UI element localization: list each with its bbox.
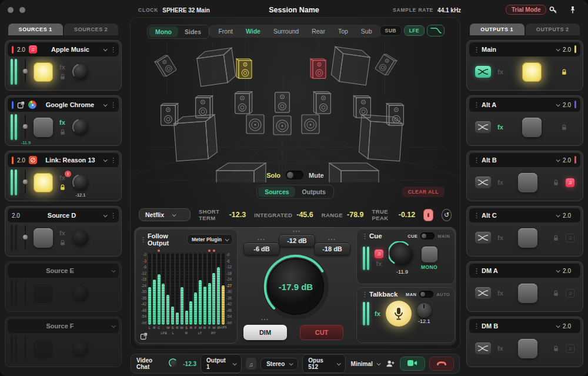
fader[interactable] bbox=[22, 279, 29, 307]
select-sources[interactable]: Sources bbox=[258, 187, 295, 197]
mono-option[interactable]: Mono bbox=[149, 26, 178, 37]
kebab-menu-icon[interactable] bbox=[473, 323, 478, 329]
chevron-down-icon[interactable] bbox=[112, 324, 116, 328]
meter-plugin-dropdown[interactable]: Meter Plugin bbox=[187, 234, 233, 245]
fader[interactable] bbox=[22, 169, 29, 196]
lock-icon[interactable] bbox=[553, 290, 559, 297]
lock-icon[interactable] bbox=[59, 239, 66, 246]
output-name[interactable]: Main bbox=[482, 46, 553, 53]
source-gain-knob[interactable] bbox=[72, 340, 89, 357]
layer-surround[interactable]: Surround bbox=[267, 27, 305, 35]
output-enable-button[interactable] bbox=[522, 62, 542, 82]
output-enable-button[interactable] bbox=[522, 118, 542, 137]
mono-label[interactable]: MONO bbox=[421, 264, 437, 270]
fx-label[interactable]: fx bbox=[497, 124, 503, 131]
fx-label[interactable]: fx bbox=[59, 229, 65, 237]
menu-dots-icon[interactable]: ••• bbox=[243, 317, 287, 322]
crossover-eq-icon[interactable] bbox=[475, 121, 491, 133]
kebab-menu-icon[interactable] bbox=[473, 157, 478, 163]
source-enable-button[interactable] bbox=[34, 284, 53, 303]
fader[interactable] bbox=[22, 58, 29, 85]
fx-label[interactable]: fx bbox=[59, 64, 65, 71]
output-enable-button[interactable] bbox=[518, 284, 537, 303]
lock-icon[interactable] bbox=[561, 69, 567, 75]
cue-level-knob[interactable] bbox=[389, 241, 416, 268]
kebab-menu-icon[interactable] bbox=[110, 102, 115, 108]
tab-sources-2[interactable]: SOURCES 2 bbox=[64, 24, 119, 35]
source-enable-button[interactable] bbox=[34, 173, 53, 192]
lock-icon[interactable] bbox=[561, 124, 567, 131]
chevron-down-icon[interactable] bbox=[103, 213, 108, 217]
channels-dropdown[interactable]: Stereo bbox=[260, 358, 298, 370]
fx-label[interactable]: fx bbox=[376, 260, 382, 267]
menu-dots-icon[interactable]: ••• bbox=[279, 229, 315, 234]
output-enable-button[interactable] bbox=[518, 173, 537, 192]
external-link-icon[interactable] bbox=[17, 101, 25, 109]
menu-dots-icon[interactable]: ••• bbox=[243, 237, 280, 242]
layer-sub[interactable]: Sub bbox=[355, 27, 379, 35]
license-key-icon[interactable] bbox=[549, 5, 558, 15]
chevron-down-icon[interactable] bbox=[556, 213, 560, 217]
expand-icon[interactable] bbox=[140, 332, 148, 340]
source-name[interactable]: Source F bbox=[12, 322, 108, 330]
clear-all-button[interactable]: CLEAR ALL bbox=[402, 187, 445, 197]
talkback-man-auto-toggle[interactable] bbox=[419, 291, 433, 298]
chevron-down-icon[interactable] bbox=[556, 158, 560, 162]
crossover-eq-icon[interactable] bbox=[475, 342, 491, 354]
video-camera-button[interactable] bbox=[400, 357, 425, 371]
talkback-level-knob[interactable] bbox=[417, 303, 432, 318]
record-button[interactable] bbox=[423, 209, 433, 221]
source-gain-knob[interactable] bbox=[72, 118, 89, 136]
source-name[interactable]: Google Chrome bbox=[40, 101, 100, 108]
fx-label[interactable]: fx bbox=[497, 290, 503, 297]
crossover-eq-icon[interactable] bbox=[475, 232, 491, 244]
fx-label[interactable]: fx bbox=[497, 234, 503, 241]
source-name[interactable]: Link: Reason 13 bbox=[41, 157, 100, 164]
source-gain-knob[interactable] bbox=[72, 229, 89, 247]
chevron-down-icon[interactable] bbox=[103, 102, 108, 107]
chevron-down-icon[interactable] bbox=[103, 47, 108, 51]
trim-minus12-button[interactable]: -12 dB bbox=[279, 234, 315, 247]
sides-option[interactable]: Sides bbox=[178, 26, 208, 37]
music-route-icon[interactable] bbox=[566, 289, 574, 298]
chevron-down-icon[interactable] bbox=[556, 268, 560, 272]
layer-top[interactable]: Top bbox=[332, 27, 355, 35]
talkback-mic-button[interactable] bbox=[386, 301, 412, 327]
crossover-eq-icon[interactable] bbox=[475, 287, 491, 299]
output-enable-button[interactable] bbox=[518, 228, 537, 248]
add-person-icon[interactable] bbox=[385, 358, 396, 370]
cue-enable-button[interactable] bbox=[422, 247, 437, 262]
layer-wide[interactable]: Wide bbox=[239, 27, 267, 35]
tab-sources-1[interactable]: SOURCES 1 bbox=[8, 24, 63, 35]
kebab-menu-icon[interactable] bbox=[473, 268, 478, 274]
source-name[interactable]: Source E bbox=[12, 267, 108, 274]
fx-label[interactable]: fx bbox=[375, 310, 380, 317]
output-name[interactable]: Alt C bbox=[482, 212, 553, 219]
crossover-eq-icon[interactable] bbox=[475, 66, 491, 78]
layer-rear[interactable]: Rear bbox=[305, 27, 332, 35]
trial-mode-badge[interactable]: Trial Mode bbox=[506, 5, 546, 15]
music-share-icon[interactable] bbox=[246, 358, 256, 370]
source-enable-button[interactable] bbox=[34, 228, 53, 248]
sub-button[interactable]: SUB bbox=[380, 25, 402, 36]
video-chat-knob[interactable] bbox=[169, 358, 179, 370]
fader[interactable] bbox=[22, 224, 29, 251]
chevron-down-icon[interactable] bbox=[556, 102, 560, 107]
kebab-menu-icon[interactable] bbox=[362, 233, 366, 239]
hang-up-button[interactable] bbox=[429, 357, 454, 371]
fader[interactable] bbox=[22, 335, 29, 362]
chevron-down-icon[interactable] bbox=[103, 158, 108, 162]
source-enable-button[interactable] bbox=[34, 118, 53, 137]
video-output-dropdown[interactable]: Output 1 bbox=[201, 354, 242, 373]
lock-icon[interactable] bbox=[59, 129, 66, 135]
kebab-menu-icon[interactable] bbox=[473, 46, 478, 52]
fx-label[interactable]: fx bbox=[497, 345, 503, 352]
output-name[interactable]: DM B bbox=[482, 322, 553, 330]
chevron-down-icon[interactable] bbox=[112, 268, 116, 272]
cue-main-toggle[interactable] bbox=[420, 232, 435, 239]
output-name[interactable]: Alt B bbox=[482, 157, 553, 164]
lfe-button[interactable]: LFE bbox=[404, 25, 425, 36]
lock-icon[interactable] bbox=[59, 184, 66, 191]
kebab-menu-icon[interactable] bbox=[110, 212, 115, 218]
kebab-menu-icon[interactable] bbox=[110, 46, 115, 52]
